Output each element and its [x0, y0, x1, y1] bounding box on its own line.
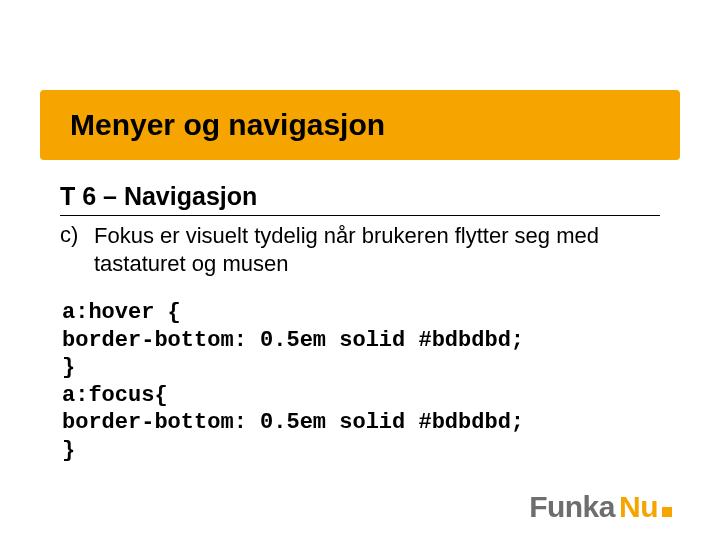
- bullet-item: c) Fokus er visuelt tydelig når brukeren…: [60, 222, 660, 277]
- logo-part-nu: Nu: [619, 490, 658, 524]
- slide-title: Menyer og navigasjon: [70, 108, 650, 142]
- divider: [60, 215, 660, 216]
- logo-part-funka: Funka: [529, 490, 615, 524]
- bullet-text: Fokus er visuelt tydelig når brukeren fl…: [88, 222, 660, 277]
- code-block: a:hover { border-bottom: 0.5em solid #bd…: [62, 299, 660, 464]
- bullet-marker: c): [60, 222, 88, 277]
- title-bar: Menyer og navigasjon: [40, 90, 680, 160]
- section-heading: T 6 – Navigasjon: [60, 182, 660, 211]
- brand-logo: Funka Nu: [529, 490, 672, 524]
- logo-dot-icon: [662, 507, 672, 517]
